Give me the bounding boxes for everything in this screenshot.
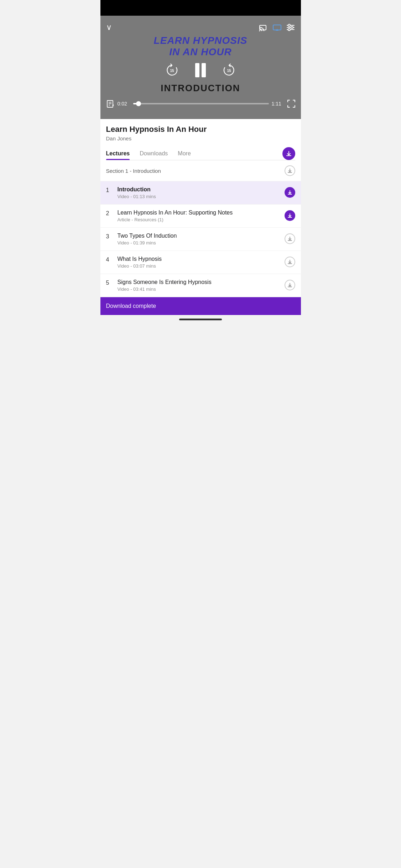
- lecture-number-3: 3: [106, 233, 113, 240]
- player-bottom-controls: 0:02 1:11: [106, 99, 295, 108]
- lecture-item-5[interactable]: 5 Signs Someone Is Entering Hypnosis Vid…: [100, 274, 301, 297]
- section-title: Section 1 - Introduction: [106, 168, 161, 174]
- settings-icon[interactable]: [286, 23, 295, 32]
- lecture-info-5: Signs Someone Is Entering Hypnosis Video…: [118, 279, 280, 292]
- player-icons: [259, 23, 295, 32]
- lecture-name-3: Two Types Of Induction: [118, 233, 280, 239]
- rewind-button[interactable]: 15: [163, 61, 181, 79]
- lecture-meta-3: Video - 01:39 mins: [118, 240, 280, 246]
- bottom-bar-text: Download complete: [106, 303, 156, 309]
- lecture-meta-4: Video - 03:07 mins: [118, 263, 280, 269]
- course-title: Learn Hypnosis In An Hour: [106, 125, 295, 134]
- lecture-meta-1: Video - 01:13 mins: [118, 194, 280, 199]
- svg-point-6: [288, 24, 290, 26]
- download-all-button[interactable]: [282, 147, 295, 160]
- tab-downloads[interactable]: Downloads: [140, 148, 168, 160]
- pause-bar-right: [202, 63, 206, 77]
- lecture-item-1[interactable]: 1 Introduction Video - 01:13 mins: [100, 181, 301, 205]
- video-subtitle: INTRODUCTION: [106, 83, 295, 94]
- lecture-info-3: Two Types Of Induction Video - 01:39 min…: [118, 233, 280, 246]
- tabs-container: Lectures Downloads More: [106, 147, 295, 160]
- pause-bar-left: [195, 63, 199, 77]
- download-outline-icon-4: [285, 257, 295, 267]
- svg-point-8: [288, 29, 290, 31]
- status-bar: [100, 0, 301, 16]
- chevron-down-icon[interactable]: ∨: [106, 23, 112, 32]
- lecture-download-5[interactable]: [285, 279, 295, 290]
- lecture-name-2: Learn Hypnosis In An Hour: Supporting No…: [118, 210, 280, 216]
- player-middle-controls: 15 15: [106, 61, 295, 79]
- course-author: Dan Jones: [106, 135, 295, 141]
- section-header: Section 1 - Introduction: [100, 160, 301, 181]
- total-time: 1:11: [272, 101, 285, 107]
- content-area: Learn Hypnosis In An Hour Dan Jones Lect…: [100, 119, 301, 160]
- download-filled-icon-1: [285, 187, 295, 198]
- svg-point-7: [291, 26, 293, 29]
- cast-icon[interactable]: [259, 23, 268, 32]
- forward-button[interactable]: 15: [220, 61, 238, 79]
- download-outline-icon-5: [285, 280, 295, 290]
- pause-button[interactable]: [195, 63, 206, 77]
- svg-point-1: [259, 30, 260, 31]
- video-title: LEARN HYPNOSIS IN AN HOUR: [106, 35, 295, 58]
- svg-text:15: 15: [227, 69, 231, 73]
- lecture-item-2[interactable]: 2 Learn Hypnosis In An Hour: Supporting …: [100, 205, 301, 228]
- tab-more[interactable]: More: [178, 148, 191, 160]
- svg-text:15: 15: [170, 69, 174, 73]
- player-top-controls: ∨: [106, 23, 295, 32]
- lecture-name-4: What Is Hypnosis: [118, 256, 280, 262]
- lecture-number-4: 4: [106, 256, 113, 263]
- lecture-item-4[interactable]: 4 What Is Hypnosis Video - 03:07 mins: [100, 251, 301, 274]
- lecture-download-4[interactable]: [285, 256, 295, 267]
- download-filled-icon-2: [285, 210, 295, 221]
- current-time: 0:02: [118, 101, 130, 107]
- lecture-item-3[interactable]: 3 Two Types Of Induction Video - 01:39 m…: [100, 228, 301, 251]
- download-outline-icon-3: [285, 233, 295, 244]
- fullscreen-icon[interactable]: [287, 100, 295, 108]
- section-download-button[interactable]: [285, 165, 295, 176]
- lecture-number-2: 2: [106, 210, 113, 217]
- progress-bar[interactable]: [133, 103, 269, 104]
- tab-lectures[interactable]: Lectures: [106, 148, 130, 160]
- lecture-download-1[interactable]: [285, 186, 295, 197]
- lecture-number-1: 1: [106, 186, 113, 193]
- airplay-icon[interactable]: [272, 23, 282, 32]
- lecture-name-5: Signs Someone Is Entering Hypnosis: [118, 279, 280, 285]
- progress-thumb[interactable]: [136, 101, 141, 106]
- lecture-info-1: Introduction Video - 01:13 mins: [118, 186, 280, 199]
- lecture-list: Section 1 - Introduction 1 Introduction …: [100, 160, 301, 297]
- video-title-line2: IN AN HOUR: [106, 46, 295, 58]
- bottom-bar: Download complete: [100, 297, 301, 315]
- home-indicator-bar: [179, 319, 222, 320]
- notes-icon[interactable]: [106, 99, 115, 108]
- lecture-meta-2: Article - Resources (1): [118, 217, 280, 222]
- video-player: ∨ LEA: [100, 16, 301, 119]
- lecture-download-2[interactable]: [285, 210, 295, 220]
- lecture-name-1: Introduction: [118, 186, 280, 193]
- home-indicator: [100, 315, 301, 324]
- lecture-info-2: Learn Hypnosis In An Hour: Supporting No…: [118, 210, 280, 222]
- lecture-info-4: What Is Hypnosis Video - 03:07 mins: [118, 256, 280, 269]
- lecture-download-3[interactable]: [285, 233, 295, 243]
- video-title-line1: LEARN HYPNOSIS: [106, 35, 295, 46]
- lecture-number-5: 5: [106, 279, 113, 286]
- lecture-meta-5: Video - 03:41 mins: [118, 286, 280, 292]
